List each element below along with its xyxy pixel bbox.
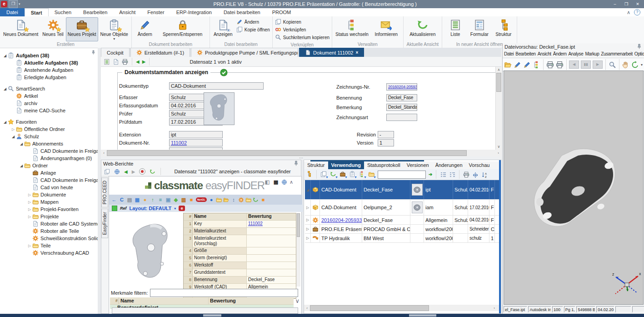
expander-icon[interactable]: ▷ bbox=[305, 216, 311, 224]
menu-bearbeiten[interactable]: Bearbeiten bbox=[77, 8, 113, 16]
menu-erp-integration[interactable]: ERP-Integration bbox=[170, 8, 218, 16]
anzeigen-button[interactable]: Anzeigen bbox=[211, 17, 235, 41]
tree-toggle-icon[interactable] bbox=[306, 171, 313, 178]
sidebar-item-archiv[interactable]: archiv bbox=[0, 100, 98, 107]
neues-teil-button[interactable]: Neues Teil bbox=[40, 17, 65, 41]
tab-versionen[interactable]: Versionen bbox=[404, 161, 432, 169]
sidebar-item-smartsearch[interactable]: SmartSearch bbox=[0, 85, 98, 92]
compare-icon[interactable]: ▦ bbox=[134, 197, 140, 203]
scrollbar-thumb[interactable] bbox=[409, 314, 436, 317]
tag-icon[interactable]: ◧ bbox=[264, 179, 270, 185]
scroll-down-icon[interactable]: ∨ bbox=[295, 297, 300, 304]
pin-icon[interactable] bbox=[636, 44, 642, 50]
sidebar-item-schulz[interactable]: Schulz bbox=[0, 133, 98, 140]
sidebar-item-cad-freigabe-6[interactable]: CAD Dokumente in Freigabe (6) bbox=[0, 147, 98, 155]
tab-struktur[interactable]: Struktur bbox=[304, 161, 328, 169]
table-row[interactable]: ▷ TP Hydraulik BM West workflow\2000 sch… bbox=[305, 234, 499, 243]
screenshot-icon[interactable]: ▤ bbox=[126, 197, 133, 203]
restore-button[interactable]: ❒ bbox=[621, 1, 631, 7]
expander-icon[interactable] bbox=[2, 54, 8, 58]
menu-ansicht[interactable]: Ansicht bbox=[113, 8, 141, 16]
sidebar-item-aktuelle-aufgaben[interactable]: Aktuelle Aufgaben (38) bbox=[0, 59, 98, 66]
table-row[interactable]: 7Grunddatentext bbox=[184, 269, 296, 277]
sidebar-item-abonnements[interactable]: Abonnements bbox=[0, 140, 98, 147]
sidebar-item-dokumente[interactable]: Dokumente bbox=[0, 191, 98, 198]
sidebar-item-anlage[interactable]: Anlage bbox=[0, 169, 98, 176]
neues-dokument-button[interactable]: Neues Dokument bbox=[1, 17, 40, 41]
print-icon[interactable] bbox=[546, 61, 554, 69]
sidebar-item-aufgaben[interactable]: Aufgaben (38) bbox=[0, 52, 98, 59]
table-export-icon[interactable] bbox=[104, 59, 110, 65]
zoom-icon[interactable] bbox=[609, 61, 616, 69]
sort-icon[interactable]: ↕ bbox=[230, 197, 237, 202]
expander-icon[interactable] bbox=[27, 207, 32, 211]
table-row[interactable]: 4Größe bbox=[184, 247, 296, 255]
kopieren-button[interactable]: Kopieren bbox=[275, 19, 329, 25]
table-row[interactable]: 2Materialkurztext bbox=[184, 228, 296, 235]
sidebar-item-anstehende-aufgaben[interactable]: Anstehende Aufgaben bbox=[0, 66, 98, 74]
expander-icon[interactable] bbox=[10, 127, 16, 131]
sidebar-item-artikel[interactable]: Artikel bbox=[0, 92, 98, 100]
tab-proceed[interactable]: PRO.CEED bbox=[101, 177, 108, 207]
reload-icon[interactable]: C bbox=[119, 197, 125, 202]
sync-icon[interactable] bbox=[253, 197, 259, 203]
clipboard-filter-icon[interactable]: ▼ bbox=[349, 171, 356, 178]
sidebar-item-oeffentliche-ordner[interactable]: Öffentliche Ordner bbox=[0, 126, 98, 133]
tab-easyfinder[interactable]: EasyFinder bbox=[101, 209, 108, 238]
struktur-button[interactable]: Struktur bbox=[492, 17, 515, 41]
sidebar-item-favoriten[interactable]: Favoriten bbox=[0, 118, 98, 126]
sort-az-icon[interactable]: AZ bbox=[481, 171, 488, 178]
tab-cockpit[interactable]: Cockpit bbox=[101, 48, 130, 57]
table-row[interactable]: ▷ 20160204-205933 Deckel_Fase Allgemein … bbox=[305, 216, 499, 225]
kop?ie-oeffnen-button[interactable]: Kopie öffnen bbox=[236, 26, 270, 33]
table-row[interactable]: 6Werkstoff bbox=[184, 262, 296, 269]
menu-analyse[interactable]: Analyse bbox=[569, 51, 584, 56]
back-icon[interactable]: ◀ bbox=[124, 169, 128, 174]
panel-splitter[interactable]: ⋯ bbox=[101, 156, 501, 160]
folder-open-icon[interactable] bbox=[223, 197, 229, 203]
expander-icon[interactable] bbox=[19, 164, 24, 168]
outline-collapse-icon[interactable] bbox=[440, 171, 446, 178]
menu-suchen[interactable]: Suchen bbox=[49, 8, 77, 16]
tab-dokument-111002[interactable]: Dokument 111002× bbox=[299, 48, 364, 57]
nav-first-icon[interactable]: ◀ bbox=[569, 60, 579, 69]
menu-start[interactable]: Start bbox=[25, 8, 49, 16]
markup-pencil-icon[interactable] bbox=[514, 61, 521, 69]
extension-field[interactable]: ipt bbox=[169, 131, 223, 138]
version-field[interactable]: 1 bbox=[378, 139, 394, 146]
folder-new-icon[interactable] bbox=[245, 197, 251, 203]
block-icon[interactable]: ■ bbox=[188, 197, 195, 202]
menu-fenster[interactable]: Fenster bbox=[141, 8, 170, 16]
sidebar-item-cad-freigabe[interactable]: CAD Dokumente in Freigabe bbox=[0, 176, 98, 184]
tab-aenderungen[interactable]: Änderungen bbox=[432, 161, 466, 169]
sidebar-item-teile[interactable]: Teile bbox=[0, 242, 98, 249]
nav-prev-icon[interactable]: ▮▮ bbox=[581, 60, 591, 69]
aendern-small-button[interactable]: Ändern bbox=[236, 19, 270, 25]
layout-dropdown-icon[interactable]: ▾ bbox=[174, 206, 176, 211]
table-row[interactable]: 3Materialkurztext (Vorschlag) bbox=[184, 235, 296, 247]
dokument-nr-link[interactable]: 111002 bbox=[169, 139, 223, 146]
table-row[interactable]: ▷ PRO.FILE Präsentation PROCAD GmbH & Co… bbox=[305, 225, 499, 234]
menu-datei[interactable]: Datei bbox=[504, 51, 514, 56]
menu-aendern[interactable]: Ändern bbox=[553, 51, 567, 56]
pin-icon[interactable] bbox=[91, 50, 96, 55]
upload-icon[interactable]: ↑ bbox=[150, 197, 156, 202]
table-row[interactable]: 8BenennungDeckel_Fase bbox=[184, 277, 296, 284]
document-up-icon[interactable] bbox=[113, 59, 119, 65]
tab-erstelldatum[interactable]: Erstelldatum (#-1) bbox=[130, 48, 190, 57]
table-row[interactable]: ◢ CAD-Dokument Deckel_Fase ipt Schulz 04… bbox=[305, 180, 499, 200]
globe-icon[interactable] bbox=[114, 169, 120, 175]
open-file-icon[interactable] bbox=[504, 61, 512, 69]
print-icon[interactable] bbox=[122, 59, 128, 65]
globe-doc-icon[interactable] bbox=[281, 179, 287, 185]
formular-button[interactable]: Formular bbox=[468, 17, 491, 41]
hierarchy-icon[interactable] bbox=[533, 61, 540, 69]
liste-button[interactable]: Liste bbox=[444, 17, 467, 41]
suchkriterium-kopieren-button[interactable]: Suchkriterium kopieren bbox=[275, 34, 329, 40]
sidebar-item-projekte[interactable]: Projekte bbox=[0, 213, 98, 220]
previous-record-icon[interactable]: ◀ bbox=[136, 59, 140, 64]
zeichnungs-nr-link[interactable]: 20160204-205933 bbox=[386, 83, 417, 91]
neue-objekte-button[interactable]: Neue Objekte▾ bbox=[99, 17, 130, 41]
cubes-icon[interactable]: ◆ bbox=[173, 197, 179, 203]
expander-icon[interactable] bbox=[27, 193, 32, 197]
